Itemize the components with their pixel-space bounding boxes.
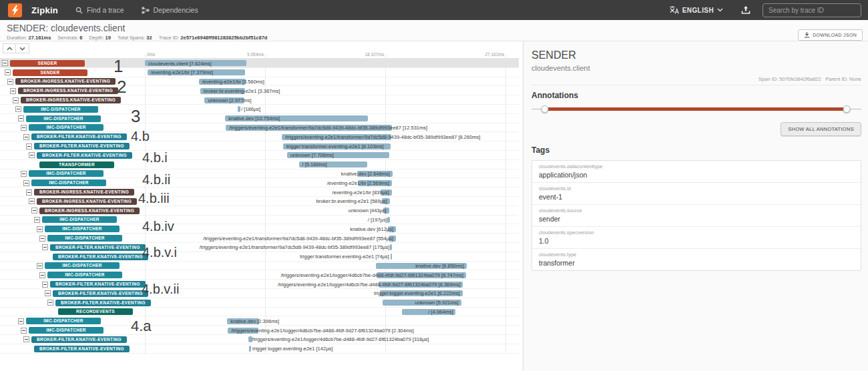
nav-find-a-trace[interactable]: Find a trace [75,6,124,14]
collapse-toggle[interactable] [18,318,24,324]
service-badge[interactable]: IMC-DISPATCHER [47,272,122,278]
collapse-toggle[interactable] [10,88,16,94]
trace-row[interactable]: IMC-DISPATCHER/ [186µs] [0,105,519,114]
collapse-toggle[interactable] [39,272,45,278]
service-badge[interactable]: BROKER-FILTER.KNATIVE-EVENTING [55,300,151,306]
service-badge[interactable]: BROKER-FILTER.KNATIVE-EVENTING [53,254,148,260]
service-badge[interactable]: SENDER [10,60,85,67]
span-duration-bar[interactable] [238,106,240,112]
collapse-toggle[interactable] [45,290,51,296]
expand-all-button[interactable] [16,43,29,53]
trace-row[interactable]: BROKER-FILTER.KNATIVE-EVENTING/triggers/… [0,132,519,141]
trace-row[interactable]: BROKER-FILTER.KNATIVE-EVENTINGtrigger:tr… [0,141,519,151]
collapse-toggle[interactable] [15,106,21,112]
language-selector[interactable]: ENGLISH [666,6,726,14]
collapse-toggle[interactable] [31,208,37,214]
nav-dependencies[interactable]: Dependencies [142,6,198,14]
service-badge[interactable]: BROKER-INGRESS.KNATIVE-EVENTING [18,87,118,94]
collapse-toggle[interactable] [21,125,27,131]
collapse-toggle[interactable] [42,282,48,288]
service-badge[interactable]: BROKER-FILTER.KNATIVE-EVENTING [34,143,130,149]
collapse-toggle[interactable] [18,115,24,121]
service-badge[interactable]: BROKER-FILTER.KNATIVE-EVENTING [34,346,130,352]
collapse-toggle[interactable] [2,60,8,66]
trace-row[interactable]: BROKER-FILTER.KNATIVE-EVENTINGtrigger:lo… [0,289,519,298]
collapse-toggle[interactable] [23,336,29,342]
span-duration-bar[interactable] [391,254,392,260]
trace-row[interactable]: BROKER-INGRESS.KNATIVE-EVENTING/eventing… [0,188,519,197]
service-badge[interactable]: IMC-DISPATCHER [29,327,103,334]
trace-row[interactable]: IMC-DISPATCHERknative.dev [612µs] [0,224,519,234]
trace-row[interactable]: IMC-DISPATCHER/ [197µs] [0,216,519,225]
service-badge[interactable]: IMC-DISPATCHER [23,106,98,113]
collapse-all-button[interactable] [3,43,16,53]
service-badge[interactable]: SENDER [13,69,87,76]
service-badge[interactable]: IMC-DISPATCHER [31,179,106,186]
service-badge[interactable]: BROKER-FILTER.KNATIVE-EVENTING [31,133,127,140]
collapse-toggle[interactable] [34,217,40,223]
trace-row[interactable]: BROKER-INGRESS.KNATIVE-EVENTINGunknown [… [0,206,519,216]
span-duration-bar[interactable] [390,244,392,250]
trace-row[interactable]: IMC-DISPATCHERknative.dev [10.754ms] [0,114,519,123]
trace-row[interactable]: BROKER-INGRESS.KNATIVE-EVENTING/eventing… [0,77,519,87]
slider-handle-end[interactable] [843,105,850,113]
service-badge[interactable]: BROKER-INGRESS.KNATIVE-EVENTING [37,198,137,205]
slider-handle-start[interactable] [541,105,548,113]
service-badge[interactable]: BROKER-FILTER.KNATIVE-EVENTING [37,152,132,159]
collapse-toggle[interactable] [29,152,35,158]
download-json-button[interactable]: DOWNLOAD JSON [798,29,863,41]
collapse-toggle[interactable] [7,79,13,85]
service-badge[interactable]: IMC-DISPATCHER [29,170,103,177]
trace-row[interactable]: TRANSFORMER/ [5.160ms] [0,160,519,169]
trace-row[interactable]: BROKER-FILTER.KNATIVE-EVENTING/triggers/… [0,243,519,252]
trace-row[interactable]: BROKER-FILTER.KNATIVE-EVENTINGtrigger:tr… [0,252,519,262]
span-duration-bar[interactable] [387,217,390,223]
trace-row[interactable]: BROKER-FILTER.KNATIVE-EVENTINGunknown [7… [0,151,519,160]
service-badge[interactable]: BROKER-INGRESS.KNATIVE-EVENTING [39,208,140,214]
trace-row[interactable]: SENDERcloudevents.client [7.624ms] [0,59,519,68]
service-badge[interactable]: BROKER-FILTER.KNATIVE-EVENTING [53,290,148,297]
trace-row[interactable]: IMC-DISPATCHER/triggers/eventing-e2e1/tr… [0,234,519,243]
collapse-toggle[interactable] [29,198,35,204]
collapse-toggle[interactable] [23,180,29,186]
zipkin-logo-icon[interactable] [8,3,22,17]
trace-row[interactable]: IMC-DISPATCHER/triggers/eventing-e2e1/lo… [0,326,519,335]
service-badge[interactable]: BROKER-INGRESS.KNATIVE-EVENTING [34,189,134,196]
trace-row[interactable]: BROKER-FILTER.KNATIVE-EVENTINGunknown [5… [0,298,519,308]
trace-row[interactable]: IMC-DISPATCHER/triggers/eventing-e2e1/lo… [0,270,519,280]
service-badge[interactable]: IMC-DISPATCHER [26,318,101,324]
service-badge[interactable]: IMC-DISPATCHER [45,226,120,232]
trace-row[interactable]: RECORDEVENTS/ [4.064ms] [0,308,519,317]
service-badge[interactable]: IMC-DISPATCHER [26,115,101,122]
trace-row[interactable]: IMC-DISPATCHER/eventing-e2e1/br [2.569ms… [0,178,519,188]
service-badge[interactable]: IMC-DISPATCHER [42,216,117,223]
collapse-toggle[interactable] [39,236,45,242]
service-badge[interactable]: BROKER-INGRESS.KNATIVE-EVENTING [15,78,116,85]
collapse-toggle[interactable] [37,263,43,269]
service-badge[interactable]: IMC-DISPATCHER [47,235,122,242]
trace-row[interactable]: BROKER-INGRESS.KNATIVE-EVENTINGbroker:br… [0,86,519,95]
collapse-toggle[interactable] [21,328,27,334]
service-badge[interactable]: BROKER-FILTER.KNATIVE-EVENTING [31,336,127,343]
collapse-toggle[interactable] [13,97,19,103]
collapse-toggle[interactable] [37,226,43,232]
service-badge[interactable]: IMC-DISPATCHER [29,124,103,131]
service-badge[interactable]: BROKER-INGRESS.KNATIVE-EVENTING [21,97,121,103]
collapse-toggle[interactable] [26,190,32,196]
span-duration-bar[interactable] [249,346,251,352]
trace-row[interactable]: BROKER-INGRESS.KNATIVE-EVENTINGunknown [… [0,95,519,105]
collapse-toggle[interactable] [23,134,29,140]
collapse-toggle[interactable] [5,69,11,75]
collapse-toggle[interactable] [21,171,27,177]
trace-row[interactable]: IMC-DISPATCHERknative.dev [6.850ms] [0,262,519,271]
trace-row[interactable]: BROKER-FILTER.KNATIVE-EVENTINGtrigger:lo… [0,344,519,354]
trace-row[interactable]: IMC-DISPATCHERknative.dev [2.648ms] [0,169,519,179]
trace-row[interactable]: IMC-DISPATCHER/triggers/eventing-e2e1/tr… [0,123,519,133]
service-badge[interactable]: IMC-DISPATCHER [45,262,120,269]
collapse-toggle[interactable] [47,300,53,306]
service-badge[interactable]: BROKER-FILTER.KNATIVE-EVENTING [50,281,146,288]
show-all-annotations-button[interactable]: SHOW ALL ANNOTATIONS [781,122,861,136]
trace-row[interactable]: SENDER/eventing-e2e1/br [7.379ms] [0,68,519,77]
service-badge[interactable]: TRANSFORMER [39,161,114,168]
trace-row[interactable]: BROKER-INGRESS.KNATIVE-EVENTINGbroker:br… [0,197,519,206]
